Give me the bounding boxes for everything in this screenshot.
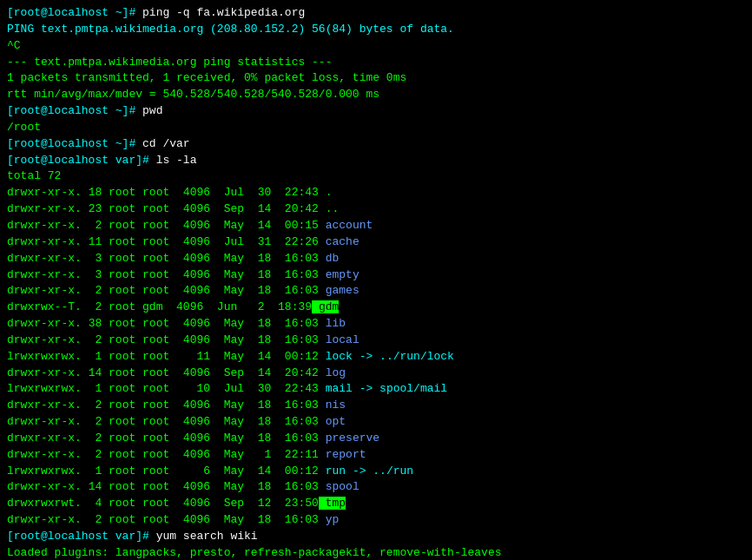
terminal-line: drwxr-xr-x. 23 root root 4096 Sep 14 20:… [7, 201, 745, 218]
terminal-line: drwxr-xr-x. 3 root root 4096 May 18 16:0… [7, 251, 745, 267]
terminal-window: [root@localhost ~]# ping -q fa.wikipedia… [7, 5, 745, 560]
terminal-line: --- text.pmtpa.wikimedia.org ping statis… [7, 55, 745, 71]
terminal-line: drwxr-xr-x. 2 root root 4096 May 1 22:11… [7, 447, 745, 464]
terminal-line: drwxr-xr-x. 2 root root 4096 May 18 16:0… [7, 512, 745, 529]
terminal-line: drwxrwxrwt. 4 root root 4096 Sep 12 23:5… [7, 496, 745, 512]
terminal-line: [root@localhost var]# yum search wiki [7, 529, 745, 545]
terminal-line: drwxr-xr-x. 14 root root 4096 Sep 14 20:… [7, 366, 745, 382]
terminal-line: total 72 [7, 168, 745, 185]
terminal-line: 1 packets transmitted, 1 received, 0% pa… [7, 70, 745, 87]
terminal-line: [root@localhost var]# ls -la [7, 153, 745, 169]
terminal-line: drwxr-xr-x. 3 root root 4096 May 18 16:0… [7, 267, 745, 284]
terminal-line: ^C [7, 38, 745, 55]
terminal-line: /root [7, 120, 745, 136]
terminal-line: drwxr-xr-x. 14 root root 4096 May 18 16:… [7, 479, 745, 496]
terminal-line: drwxrwx--T. 2 root gdm 4096 Jun 2 18:39 … [7, 300, 745, 316]
terminal-line: drwxr-xr-x. 2 root root 4096 May 14 00:1… [7, 218, 745, 234]
terminal-line: drwxr-xr-x. 18 root root 4096 Jul 30 22:… [7, 185, 745, 201]
terminal-line: drwxr-xr-x. 2 root root 4096 May 18 16:0… [7, 333, 745, 349]
terminal-line: lrwxrwxrwx. 1 root root 10 Jul 30 22:43 … [7, 381, 745, 398]
terminal-line: drwxr-xr-x. 2 root root 4096 May 18 16:0… [7, 398, 745, 414]
terminal-line: [root@localhost ~]# cd /var [7, 136, 745, 153]
terminal-line: drwxr-xr-x. 11 root root 4096 Jul 31 22:… [7, 234, 745, 251]
terminal-line: PING text.pmtpa.wikimedia.org (208.80.15… [7, 22, 745, 38]
terminal-line: lrwxrwxrwx. 1 root root 11 May 14 00:12 … [7, 349, 745, 366]
terminal-line: drwxr-xr-x. 2 root root 4096 May 18 16:0… [7, 283, 745, 300]
terminal-line: rtt min/avg/max/mdev = 540.528/540.528/5… [7, 87, 745, 103]
terminal-line: [root@localhost ~]# pwd [7, 103, 745, 120]
terminal-line: Loaded plugins: langpacks, presto, refre… [7, 545, 745, 560]
terminal-line: lrwxrwxrwx. 1 root root 6 May 14 00:12 r… [7, 464, 745, 480]
terminal-line: drwxr-xr-x. 2 root root 4096 May 18 16:0… [7, 414, 745, 431]
terminal-line: drwxr-xr-x. 2 root root 4096 May 18 16:0… [7, 431, 745, 447]
terminal-line: [root@localhost ~]# ping -q fa.wikipedia… [7, 5, 745, 22]
terminal-line: drwxr-xr-x. 38 root root 4096 May 18 16:… [7, 316, 745, 333]
